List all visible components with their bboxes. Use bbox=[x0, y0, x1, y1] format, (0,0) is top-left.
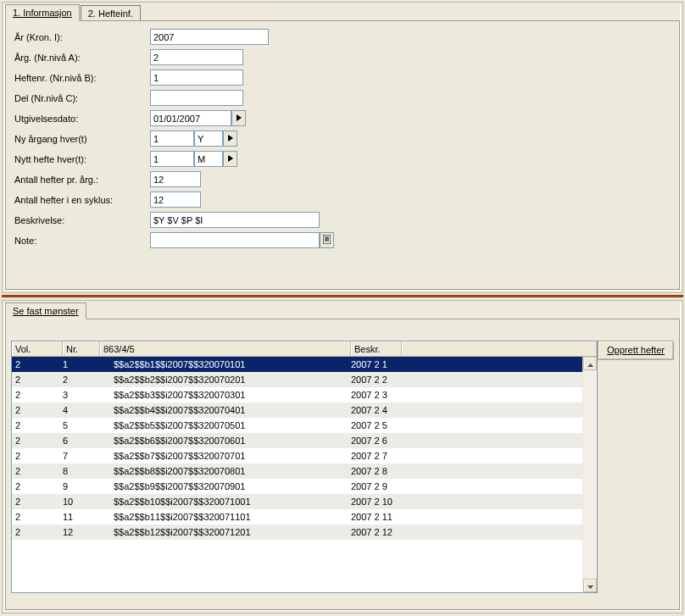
col-nr[interactable]: Nr. bbox=[63, 341, 100, 357]
aar-label: År (Kron. I): bbox=[14, 32, 150, 42]
tab-hefteinf[interactable]: 2. Hefteinf. bbox=[81, 5, 141, 21]
cell-code: $$a2$$b9$$i2007$$320070901 bbox=[114, 479, 351, 494]
cell-nr: 6 bbox=[63, 433, 114, 448]
aarg-input[interactable] bbox=[150, 49, 243, 65]
cell-nr: 3 bbox=[63, 387, 114, 402]
col-spacer[interactable] bbox=[402, 341, 597, 357]
cell-vol: 2 bbox=[15, 433, 63, 448]
cell-nr: 5 bbox=[63, 418, 114, 433]
panel-divider bbox=[2, 295, 683, 297]
nytthefte-picker-button[interactable] bbox=[223, 151, 237, 167]
cell-beskr: 2007 2 5 bbox=[351, 418, 597, 433]
cell-beskr: 2007 2 11 bbox=[351, 509, 597, 524]
heftenr-input[interactable] bbox=[150, 69, 243, 86]
cell-code: $$a2$$b5$$i2007$$320070501 bbox=[114, 418, 351, 433]
cell-code: $$a2$$b11$$i2007$$320071101 bbox=[114, 509, 351, 524]
svg-marker-8 bbox=[588, 585, 593, 589]
table-body: 21$$a2$$b1$$i2007$$3200701012007 2 122$$… bbox=[12, 357, 597, 592]
bottom-tab-content: Vol. Nr. 863/4/5 Beskr. 21$$a2$$b1$$i200… bbox=[5, 319, 680, 610]
table-row[interactable]: 22$$a2$$b2$$i2007$$3200702012007 2 2 bbox=[12, 372, 597, 387]
cell-vol: 2 bbox=[15, 402, 63, 418]
antall-syklus-label: Antall hefter i en syklus: bbox=[14, 195, 150, 205]
cell-nr: 7 bbox=[63, 448, 114, 463]
nyaarg-value-input[interactable] bbox=[150, 130, 194, 147]
note-input[interactable] bbox=[150, 232, 320, 248]
antall-aarg-label: Antall hefter pr. årg.: bbox=[14, 175, 150, 185]
table-row[interactable]: 26$$a2$$b6$$i2007$$3200706012007 2 6 bbox=[12, 433, 597, 448]
chevron-down-icon bbox=[588, 580, 593, 591]
cell-code: $$a2$$b2$$i2007$$320070201 bbox=[114, 372, 351, 387]
tab-informasjon-label: 1. Informasjon bbox=[13, 8, 72, 18]
nytthefte-unit-input[interactable] bbox=[194, 151, 223, 167]
nyaarg-picker-button[interactable] bbox=[223, 130, 237, 147]
table-row[interactable]: 27$$a2$$b7$$i2007$$3200707012007 2 7 bbox=[12, 448, 597, 463]
cell-nr: 8 bbox=[63, 463, 114, 479]
table-row[interactable]: 211$$a2$$b11$$i2007$$3200711012007 2 11 bbox=[12, 509, 597, 524]
col-vol[interactable]: Vol. bbox=[12, 341, 63, 357]
svg-marker-7 bbox=[588, 363, 593, 367]
tab-hefteinf-label: 2. Hefteinf. bbox=[88, 8, 133, 19]
cell-nr: 4 bbox=[63, 402, 114, 418]
right-arrow-icon bbox=[228, 134, 233, 143]
table-row[interactable]: 24$$a2$$b4$$i2007$$3200704012007 2 4 bbox=[12, 402, 597, 418]
tab-se-fast-monster-label: Se fast mønster bbox=[13, 306, 79, 316]
cell-vol: 2 bbox=[15, 479, 63, 494]
cell-beskr: 2007 2 9 bbox=[351, 479, 597, 494]
cell-nr: 12 bbox=[63, 524, 114, 540]
cell-beskr: 2007 2 2 bbox=[351, 372, 597, 387]
table-scrollbar[interactable] bbox=[582, 357, 597, 592]
utgiv-input[interactable] bbox=[150, 110, 231, 126]
note-expand-icon bbox=[323, 235, 331, 246]
scroll-down-button[interactable] bbox=[583, 579, 597, 592]
cell-beskr: 2007 2 8 bbox=[351, 463, 597, 479]
cell-beskr: 2007 2 6 bbox=[351, 433, 597, 448]
antall-aarg-input[interactable] bbox=[150, 171, 201, 187]
opprett-hefter-button[interactable]: Opprett hefter bbox=[598, 341, 674, 360]
chevron-up-icon bbox=[588, 358, 593, 369]
tab-informasjon[interactable]: 1. Informasjon bbox=[5, 4, 80, 21]
cell-code: $$a2$$b7$$i2007$$320070701 bbox=[114, 448, 351, 463]
table-row[interactable]: 21$$a2$$b1$$i2007$$3200701012007 2 1 bbox=[12, 357, 597, 372]
cell-nr: 1 bbox=[63, 357, 114, 372]
beskrivelse-input[interactable] bbox=[150, 212, 320, 228]
cell-code: $$a2$$b10$$i2007$$320071001 bbox=[114, 494, 351, 509]
aarg-label: Årg. (Nr.nivå A): bbox=[14, 53, 150, 63]
cell-vol: 2 bbox=[15, 448, 63, 463]
col-code[interactable]: 863/4/5 bbox=[100, 341, 351, 357]
cell-vol: 2 bbox=[15, 524, 63, 540]
cell-beskr: 2007 2 7 bbox=[351, 448, 597, 463]
top-panel: 1. Informasjon 2. Hefteinf. År (Kron. I)… bbox=[2, 2, 683, 293]
nytthefte-value-input[interactable] bbox=[150, 151, 194, 167]
nyaarg-unit-input[interactable] bbox=[194, 130, 223, 147]
heftenr-label: Heftenr. (Nr.nivå B): bbox=[14, 73, 150, 83]
beskrivelse-label: Beskrivelse: bbox=[14, 215, 150, 225]
aar-input[interactable] bbox=[150, 29, 269, 45]
utgiv-picker-button[interactable] bbox=[231, 110, 246, 126]
cell-vol: 2 bbox=[15, 357, 63, 372]
cell-beskr: 2007 2 4 bbox=[351, 402, 597, 418]
cell-code: $$a2$$b3$$i2007$$320070301 bbox=[114, 387, 351, 402]
top-tab-content: År (Kron. I): Årg. (Nr.nivå A): Heftenr.… bbox=[5, 20, 680, 290]
cell-code: $$a2$$b12$$i2007$$320071201 bbox=[114, 524, 351, 540]
del-input[interactable] bbox=[150, 90, 243, 106]
cell-nr: 10 bbox=[63, 494, 114, 509]
cell-vol: 2 bbox=[15, 418, 63, 433]
cell-vol: 2 bbox=[15, 509, 63, 524]
cell-beskr: 2007 2 10 bbox=[351, 494, 597, 509]
tab-se-fast-monster[interactable]: Se fast mønster bbox=[5, 302, 86, 319]
note-label: Note: bbox=[14, 236, 150, 246]
cell-nr: 9 bbox=[63, 479, 114, 494]
table-row[interactable]: 28$$a2$$b8$$i2007$$3200708012007 2 8 bbox=[12, 463, 597, 479]
note-expand-button[interactable] bbox=[320, 232, 334, 248]
cell-code: $$a2$$b1$$i2007$$320070101 bbox=[114, 357, 351, 372]
antall-syklus-input[interactable] bbox=[150, 191, 201, 208]
table-row[interactable]: 23$$a2$$b3$$i2007$$3200703012007 2 3 bbox=[12, 387, 597, 402]
table-row[interactable]: 212$$a2$$b12$$i2007$$3200712012007 2 12 bbox=[12, 524, 597, 540]
col-beskr[interactable]: Beskr. bbox=[351, 341, 402, 357]
table-row[interactable]: 25$$a2$$b5$$i2007$$3200705012007 2 5 bbox=[12, 418, 597, 433]
table-row[interactable]: 29$$a2$$b9$$i2007$$3200709012007 2 9 bbox=[12, 479, 597, 494]
del-label: Del (Nr.nivå C): bbox=[14, 93, 150, 103]
cell-vol: 2 bbox=[15, 372, 63, 387]
scroll-up-button[interactable] bbox=[583, 357, 597, 370]
table-row[interactable]: 210$$a2$$b10$$i2007$$3200710012007 2 10 bbox=[12, 494, 597, 509]
